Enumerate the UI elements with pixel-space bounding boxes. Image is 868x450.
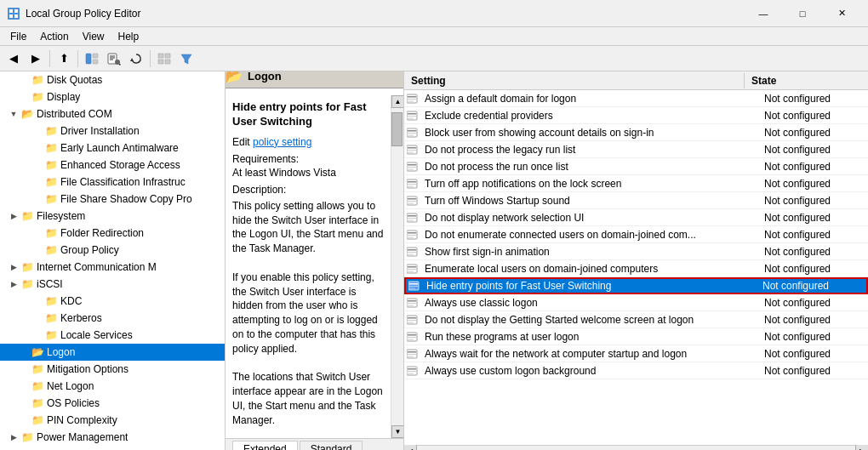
- setting-row[interactable]: Always wait for the network at computer …: [404, 345, 868, 362]
- sidebar-item-file-share[interactable]: 📁 File Share Shadow Copy Pro: [0, 191, 225, 208]
- svg-rect-81: [408, 351, 416, 353]
- maximize-button[interactable]: □: [783, 0, 822, 27]
- h-scroll-left[interactable]: ◀: [404, 445, 417, 450]
- setting-row[interactable]: Block user from showing account details …: [404, 124, 868, 141]
- setting-state: Not configured: [757, 178, 868, 190]
- setting-row[interactable]: Do not display the Getting Started welco…: [404, 311, 868, 328]
- svg-rect-34: [408, 150, 416, 151]
- sidebar-label: Power Management: [37, 431, 128, 443]
- sidebar-item-pin-complexity[interactable]: 📁 PIN Complexity: [0, 412, 225, 429]
- svg-rect-66: [409, 286, 418, 287]
- sidebar-item-group-policy[interactable]: 📁 Group Policy: [0, 242, 225, 259]
- filter-button[interactable]: [176, 49, 197, 68]
- setting-row[interactable]: Enumerate local users on domain-joined c…: [404, 260, 868, 277]
- folder-icon: 📁: [31, 73, 44, 87]
- title-bar: Local Group Policy Editor — □ ✕: [0, 0, 868, 27]
- svg-rect-33: [408, 147, 416, 149]
- desc-scroll-down[interactable]: ▼: [391, 425, 403, 438]
- forward-button[interactable]: ▶: [26, 49, 46, 68]
- sidebar-item-locale[interactable]: 📁 Locale Services: [0, 327, 225, 344]
- desc-scroll-track: [391, 108, 403, 425]
- setting-row[interactable]: Always use classic logon Not configured: [404, 294, 868, 311]
- setting-state: Not configured: [757, 144, 868, 156]
- setting-row[interactable]: Exclude credential providers Not configu…: [404, 107, 868, 124]
- h-scroll-right[interactable]: ▶: [855, 445, 868, 450]
- setting-state: Not configured: [757, 161, 868, 173]
- setting-state: Not configured: [757, 331, 868, 343]
- sidebar-item-enhanced-storage[interactable]: 📁 Enhanced Storage Access: [0, 157, 225, 174]
- setting-row[interactable]: Show first sign-in animation Not configu…: [404, 243, 868, 260]
- sidebar-item-filesystem[interactable]: ▶ 📁 Filesystem: [0, 208, 225, 225]
- svg-rect-1: [9, 9, 13, 13]
- sidebar-item-kerberos[interactable]: 📁 Kerberos: [0, 310, 225, 327]
- desc-scroll-up[interactable]: ▲: [391, 95, 403, 108]
- svg-rect-15: [158, 54, 163, 58]
- sidebar-item-disk-quotas[interactable]: 📁 Disk Quotas: [0, 71, 225, 88]
- refresh-button[interactable]: [126, 49, 146, 68]
- setting-row[interactable]: Do not enumerate connected users on doma…: [404, 226, 868, 243]
- sidebar-item-driver-installation[interactable]: 📁 Driver Installation: [0, 122, 225, 140]
- menu-file[interactable]: File: [3, 29, 33, 44]
- setting-row[interactable]: Turn off app notifications on the lock s…: [404, 175, 868, 192]
- up-button[interactable]: ⬆: [54, 49, 74, 68]
- setting-row[interactable]: Do not display network selection UI Not …: [404, 209, 868, 226]
- sidebar-item-file-classification[interactable]: 📁 File Classification Infrastruc: [0, 174, 225, 191]
- svg-rect-55: [408, 236, 414, 237]
- sidebar-label: Internet Communication M: [37, 261, 157, 273]
- sidebar-label: File Classification Infrastruc: [60, 176, 186, 188]
- setting-row[interactable]: Run these programs at user logon Not con…: [404, 328, 868, 345]
- svg-rect-16: [165, 54, 170, 58]
- svg-rect-85: [408, 368, 416, 370]
- sidebar-item-display[interactable]: 📁 Display: [0, 88, 225, 105]
- desc-scrollbar: ▲ ▼: [391, 95, 403, 438]
- setting-state: Not configured: [757, 297, 868, 309]
- back-button[interactable]: ◀: [3, 49, 24, 68]
- menu-help[interactable]: Help: [111, 29, 146, 44]
- sidebar-item-mitigation[interactable]: 📁 Mitigation Options: [0, 361, 225, 378]
- close-button[interactable]: ✕: [822, 0, 861, 27]
- sidebar-item-net-logon[interactable]: 📁 Net Logon: [0, 378, 225, 395]
- folder-icon: 📁: [20, 260, 34, 274]
- sidebar-item-early-launch[interactable]: 📁 Early Launch Antimalware: [0, 140, 225, 157]
- menu-action[interactable]: Action: [33, 29, 75, 44]
- properties-button[interactable]: [104, 49, 124, 68]
- svg-rect-31: [408, 134, 414, 135]
- sidebar-label: Kerberos: [60, 312, 102, 324]
- sidebar-label: File Share Shadow Copy Pro: [60, 193, 192, 205]
- sidebar-item-os-policies[interactable]: 📁 OS Policies: [0, 395, 225, 412]
- setting-name: Do not process the run once list: [421, 161, 757, 173]
- minimize-button[interactable]: —: [744, 0, 783, 27]
- sidebar-item-iscsi[interactable]: ▶ 📁 iSCSI: [0, 276, 225, 293]
- desc-scroll-thumb[interactable]: [391, 112, 403, 146]
- tab-standard[interactable]: Standard: [300, 441, 363, 450]
- sidebar-item-folder-redirection[interactable]: 📁 Folder Redirection: [0, 225, 225, 242]
- setting-row-selected[interactable]: Hide entry points for Fast User Switchin…: [404, 277, 868, 294]
- setting-row[interactable]: Do not process the legacy run list Not c…: [404, 141, 868, 158]
- setting-row[interactable]: Turn off Windows Startup sound Not confi…: [404, 192, 868, 209]
- setting-name: Assign a default domain for logon: [421, 93, 757, 105]
- svg-rect-25: [408, 113, 416, 115]
- svg-rect-22: [408, 99, 416, 100]
- sidebar-item-power-management[interactable]: ▶ 📁 Power Management: [0, 429, 225, 446]
- svg-rect-87: [408, 373, 414, 373]
- setting-row[interactable]: Assign a default domain for logon Not co…: [404, 90, 868, 107]
- show-hide-button[interactable]: [82, 49, 102, 68]
- sidebar-item-distributed-com[interactable]: ▼ 📂 Distributed COM: [0, 105, 225, 122]
- sidebar-item-kdc[interactable]: 📁 KDC: [0, 293, 225, 310]
- settings-col-state: State: [745, 73, 855, 88]
- folder-icon: 📁: [44, 226, 58, 240]
- setting-row[interactable]: Always use custom logon background Not c…: [404, 362, 868, 379]
- svg-rect-5: [86, 54, 91, 64]
- app-icon: [7, 7, 20, 20]
- desc-policy-link[interactable]: policy setting: [253, 136, 311, 148]
- svg-rect-77: [408, 334, 416, 336]
- tab-extended[interactable]: Extended: [232, 441, 298, 450]
- svg-rect-46: [408, 201, 416, 202]
- setting-icon: [404, 144, 421, 156]
- view-button[interactable]: [154, 49, 174, 68]
- sidebar-item-internet-comm[interactable]: ▶ 📁 Internet Communication M: [0, 259, 225, 276]
- setting-row[interactable]: Do not process the run once list Not con…: [404, 158, 868, 175]
- folder-icon: 📁: [20, 277, 34, 291]
- sidebar-item-logon[interactable]: 📂 Logon: [0, 344, 225, 361]
- menu-view[interactable]: View: [76, 29, 111, 44]
